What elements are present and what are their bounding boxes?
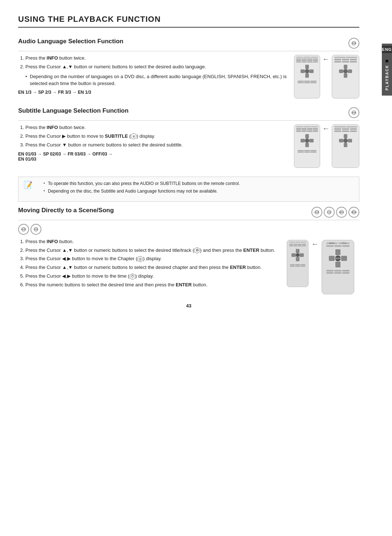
subtitle-remote-right [332,124,359,168]
audio-arrow-callout: ← [322,55,330,63]
audio-section-header: Audio Language Selection Function DVD [18,38,359,51]
time-icon: ⏱ [130,274,135,279]
subtitle-sequence: EN 01/03 → SP 02/03 → FR 03/03 → OFF/03 … [18,152,287,162]
section-audio: Audio Language Selection Function DVD Pr… [18,38,359,98]
audio-remote-right [332,55,359,98]
subtitle-remote-left [294,124,320,168]
subtitle-section-title: Subtitle Language Selection Function [18,107,128,114]
moving-section-header: Moving Directly to a Scene/Song DVD CD M… [18,207,359,220]
subtitle-icon: ≡ [131,133,136,139]
enter-center: ENTER [335,255,341,261]
moving-step-6: Press the numeric buttons to select the … [25,282,279,289]
moving-remote-wrapper: ← MENU TITLE [287,240,354,294]
moving-dpad: ENTER [329,249,347,267]
title-track-icon: ⚙ [194,247,200,253]
page-number: 43 [18,303,359,316]
moving-section-body: Press the INFO button. Press the Cursor … [18,238,359,294]
moving-sub-dvd: DVD [18,224,29,235]
audio-remote-left [294,55,320,98]
audio-step-2: Press the Cursor ▲,▼ button or numeric b… [25,64,287,70]
section-subtitle: Subtitle Language Selection Function DVD… [18,107,359,168]
main-content: USING THE PLAYBACK FUNCTION Audio Langua… [18,0,374,316]
subtitle-step-1: Press the INFO button twice. [25,124,287,131]
note-item-1: To operate this function, you can also p… [44,181,240,187]
moving-step-5: Press the Cursor ◀,▶ button to move to t… [25,273,279,280]
moving-step-3: Press the Cursor ◀,▶ button to move to t… [25,255,279,262]
playback-label: PLAYBACK [385,65,389,90]
audio-section-body: Press the INFO button twice. Press the C… [18,55,359,98]
moving-step-2: Press the Cursor ▲,▼ button or numeric b… [25,247,279,254]
audio-remote-container: ← [294,55,359,98]
audio-remote-image: ← [294,55,359,98]
subtitle-remote-image: ← [294,124,359,168]
info-bold-move: INFO [47,239,58,244]
note-list: To operate this function, you can also p… [36,181,240,195]
subtitle-section-body: Press the INFO button twice. Press the C… [18,124,359,168]
subtitle-instructions: Press the INFO button twice. Press the C… [18,124,287,168]
dvd-label-2: DVD [352,112,356,114]
moving-sub-badges: DVD CD [18,224,359,235]
note-box: 📝 To operate this function, you can also… [18,177,359,202]
side-tab-playback: PLAYBACK [382,57,392,93]
chapter-icon: ◎ [137,256,143,262]
moving-steps-list: Press the INFO button. Press the Cursor … [18,238,279,289]
moving-step-4: Press the Cursor ▲,▼ button or numeric b… [25,264,279,271]
moving-arrow: ← [311,240,319,248]
audio-section-title: Audio Language Selection Function [18,38,123,45]
audio-instructions: Press the INFO button twice. Press the C… [18,55,287,98]
subtitle-steps-list: Press the INFO button twice. Press the C… [18,124,287,149]
info-bold-sub: INFO [47,125,58,130]
audio-steps-list: Press the INFO button twice. Press the C… [18,55,287,70]
moving-remote-large: MENU TITLE ENTE [322,240,354,294]
subtitle-dvd-badge: DVD [348,107,359,118]
subtitle-section-header: Subtitle Language Selection Function DVD [18,107,359,121]
moving-mp3-badge: MP3 [336,207,347,218]
note-item-2: Depending on the disc, the Subtitle and … [44,188,240,194]
page-title: USING THE PLAYBACK FUNCTION [18,15,359,28]
moving-remote-image: ← MENU TITLE [287,238,359,294]
side-navigation: ENG PLAYBACK [382,44,392,96]
enter-bold-1: ENTER [243,247,259,253]
moving-jpeg-badge: JPEG [348,207,359,218]
moving-badge-group: DVD CD MP3 JPEG [311,207,359,218]
audio-bullet-1: Depending on the number of languages on … [25,73,287,87]
audio-step-1: Press the INFO button twice. [25,55,287,62]
moving-sub-cd: CD [30,224,41,235]
section-moving: Moving Directly to a Scene/Song DVD CD M… [18,207,359,294]
subtitle-step-2: Press the Cursor ▶ button to move to SUB… [25,133,287,140]
dvd-label: DVD [352,42,356,44]
enter-bold-2: ENTER [230,265,246,270]
moving-section-title: Moving Directly to a Scene/Song [18,207,114,214]
subtitle-arrow-callout: ← [322,124,330,133]
playback-dot [385,60,388,63]
moving-remote-small [287,240,309,287]
subtitle-step-3: Press the Cursor ▼ button or numeric but… [25,142,287,149]
audio-dvd-badge: DVD [348,38,359,49]
enter-bold-3: ENTER [176,282,192,287]
lang-tab-eng: ENG [382,46,392,53]
info-bold-1: INFO [47,55,58,61]
note-content: To operate this function, you can also p… [36,181,240,198]
moving-step-1: Press the INFO button. [25,238,279,245]
audio-bullets: Depending on the number of languages on … [18,73,287,87]
audio-sequence: EN 1/3 → SP 2/3 → FR 3/3 → EN 1/3 [18,90,287,95]
moving-cd-badge: CD [324,207,335,218]
moving-instructions: Press the INFO button. Press the Cursor … [18,238,279,294]
subtitle-bold: SUBTITLE [105,133,128,139]
subtitle-remote-container: ← [294,124,359,168]
note-icon: 📝 [24,181,33,198]
moving-dvd-badge: DVD [311,207,322,218]
